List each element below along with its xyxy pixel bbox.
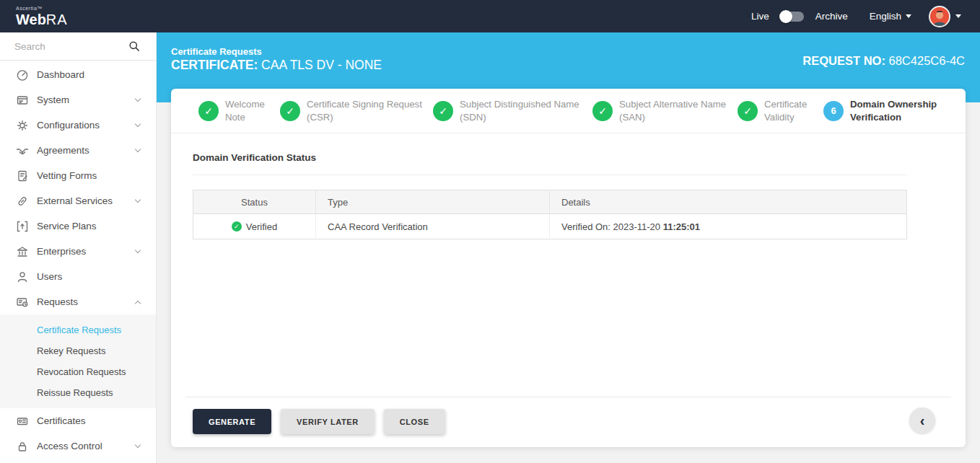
card-bottom-spacer — [171, 434, 966, 447]
chevron-down-icon — [135, 197, 141, 203]
chevron-down-icon — [135, 96, 141, 102]
domain-verification-table: Status Type Details ✓ Verified — [193, 190, 907, 239]
wizard-stepper: ✓ Welcome Note ✓ Certificate Signing Req… — [171, 89, 966, 133]
sidebar-item-agreements[interactable]: Agreements — [0, 138, 156, 163]
column-details: Details — [550, 190, 907, 214]
wizard-card: ✓ Welcome Note ✓ Certificate Signing Req… — [171, 89, 966, 447]
chevron-up-icon — [135, 300, 141, 306]
sidebar-item-users[interactable]: Users — [0, 264, 156, 289]
brand-name: WebRA — [16, 12, 68, 27]
brand-logo: Ascertia™ WebRA — [0, 6, 68, 27]
sidebar-item-external-services[interactable]: External Services — [0, 188, 156, 213]
request-card-icon — [15, 296, 29, 309]
status-cell: ✓ Verified — [193, 214, 316, 239]
sidebar: Dashboard System Configurations Agreemen… — [0, 32, 157, 463]
sidebar-item-service-plans[interactable]: Service Plans — [0, 213, 156, 239]
sidebar-item-configurations[interactable]: Configurations — [0, 113, 156, 138]
step-sdn[interactable]: ✓ Subject Distinguished Name (SDN) — [433, 98, 584, 123]
step-welcome-note[interactable]: ✓ Welcome Note — [198, 98, 271, 123]
check-icon: ✓ — [738, 101, 758, 121]
card-content: Domain Verification Status Status Type D… — [171, 133, 966, 397]
sidebar-nav: Dashboard System Configurations Agreemen… — [0, 61, 156, 463]
page-title: CERTIFICATE: CAA TLS DV - NONE — [171, 58, 382, 73]
chevron-down-icon — [955, 14, 961, 18]
language-label: English — [870, 11, 901, 22]
live-label: Live — [751, 11, 769, 22]
search-input[interactable] — [14, 41, 130, 52]
link-icon — [15, 195, 29, 208]
check-icon: ✓ — [280, 101, 300, 121]
gauge-icon — [15, 69, 29, 81]
sidebar-item-dashboard[interactable]: Dashboard — [0, 62, 156, 87]
archive-label: Archive — [815, 11, 848, 22]
handshake-icon — [15, 144, 29, 157]
card-footer: GENERATE VERIFY LATER CLOSE ‹ — [185, 397, 951, 434]
sidebar-item-reissue-requests[interactable]: Reissue Requests — [0, 382, 156, 403]
generate-button[interactable]: GENERATE — [193, 409, 271, 434]
sidebar-item-system[interactable]: System — [0, 87, 156, 113]
chevron-down-icon — [906, 14, 911, 18]
sidebar-item-revocation-requests[interactable]: Revocation Requests — [0, 361, 156, 382]
server-icon — [15, 94, 29, 107]
plan-icon — [15, 220, 29, 233]
webra-app: Ascertia™ WebRA Live Archive English — [0, 0, 980, 463]
avatar[interactable] — [929, 6, 950, 27]
section-title: Domain Verification Status — [193, 152, 907, 163]
check-icon: ✓ — [232, 221, 242, 232]
chevron-left-icon: ‹ — [920, 413, 925, 428]
search-icon[interactable] — [128, 40, 140, 52]
requests-submenu: Certificate Requests Rekey Requests Revo… — [0, 314, 156, 408]
sidebar-item-certificates[interactable]: Certificates — [0, 408, 156, 433]
status-badge: Verified — [246, 221, 277, 232]
navbar-actions: Live Archive English — [751, 6, 980, 27]
chevron-down-icon — [135, 121, 141, 127]
sidebar-item-vetting-forms[interactable]: Vetting Forms — [0, 163, 156, 188]
toggle-knob[interactable] — [779, 10, 792, 23]
lock-icon — [15, 440, 29, 453]
top-navbar: Ascertia™ WebRA Live Archive English — [0, 0, 980, 32]
table-row: ✓ Verified CAA Record Verification Verif… — [193, 214, 907, 239]
sidebar-item-enterprises[interactable]: Enterprises — [0, 239, 156, 264]
chevron-down-icon — [135, 442, 141, 448]
form-icon — [15, 169, 29, 182]
certificate-icon — [15, 415, 29, 428]
request-number: REQUEST NO: 68C425C6-4C — [802, 54, 965, 68]
step-certificate-validity[interactable]: ✓ Certificate Validity — [738, 98, 815, 123]
user-menu[interactable] — [929, 6, 961, 27]
sidebar-item-certificate-requests[interactable]: Certificate Requests — [0, 319, 156, 340]
step-san[interactable]: ✓ Subject Alternative Name (SAN) — [592, 98, 729, 123]
gear-icon — [15, 119, 29, 132]
bank-icon — [15, 245, 29, 258]
live-archive-toggle[interactable] — [781, 12, 804, 22]
avatar-image — [930, 7, 949, 26]
column-status: Status — [193, 190, 316, 214]
brand-company: Ascertia™ — [16, 6, 68, 11]
table-header-row: Status Type Details — [193, 190, 907, 214]
close-button[interactable]: CLOSE — [384, 409, 445, 434]
column-type: Type — [316, 190, 550, 214]
sidebar-item-rekey-requests[interactable]: Rekey Requests — [0, 340, 156, 361]
language-dropdown[interactable]: English — [870, 11, 911, 22]
divider — [193, 175, 907, 175]
details-cell: Verified On: 2023-11-20 11:25:01 — [550, 214, 907, 239]
breadcrumb: Certificate Requests — [171, 46, 262, 57]
back-button[interactable]: ‹ — [909, 407, 935, 433]
chevron-down-icon — [135, 247, 141, 253]
check-icon: ✓ — [592, 101, 613, 121]
verify-later-button[interactable]: VERIFY LATER — [281, 409, 375, 434]
step-domain-ownership-verification[interactable]: 6 Domain Ownership Verification — [823, 98, 945, 123]
chevron-down-icon — [135, 146, 141, 152]
sidebar-item-access-control[interactable]: Access Control — [0, 433, 156, 459]
check-icon: ✓ — [433, 101, 453, 121]
step-csr[interactable]: ✓ Certificate Signing Request (CSR) — [280, 98, 424, 123]
sidebar-item-partial — [0, 459, 156, 463]
main-area: Certificate Requests CERTIFICATE: CAA TL… — [157, 32, 980, 463]
sidebar-item-requests[interactable]: Requests — [0, 289, 156, 314]
user-icon — [15, 270, 29, 283]
check-icon: ✓ — [198, 101, 219, 121]
step-number: 6 — [823, 101, 844, 121]
sidebar-search — [0, 32, 156, 61]
type-cell: CAA Record Verification — [316, 214, 550, 239]
